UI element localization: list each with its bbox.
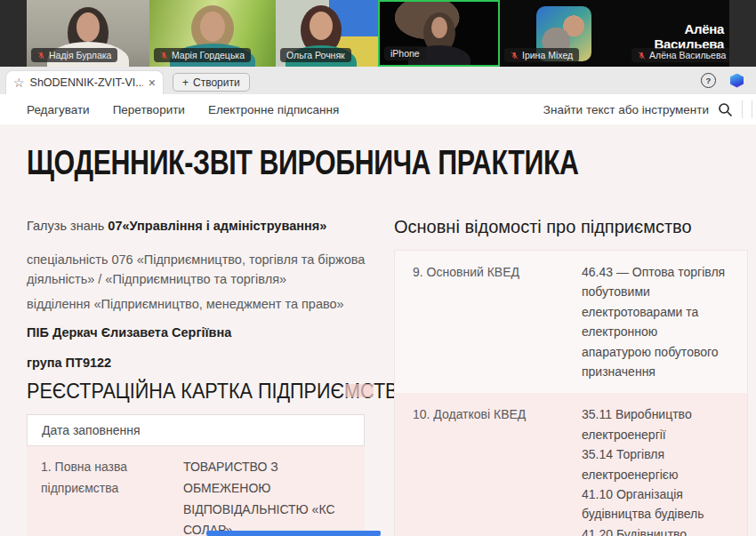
menu-item-convert[interactable]: Перетворити	[113, 103, 185, 116]
partial-tile-left	[0, 0, 27, 67]
create-button-label: Створити	[193, 76, 240, 89]
document-title: ЩОДЕННИК-ЗВІТ ВИРОБНИЧА ПРАКТИКА	[27, 144, 579, 182]
participant-tile-alena[interactable]: Алёна Васильева Алёна Васильева	[627, 0, 729, 67]
blue-highlight-bar[interactable]	[206, 531, 381, 536]
muted-mic-icon	[37, 51, 45, 60]
toolbar-divider	[752, 100, 752, 118]
video-call-strip: Надія Бурлака Марія Гордецька Ольга Рочн…	[0, 0, 756, 67]
participant-tile-nadia[interactable]: Надія Бурлака	[27, 0, 149, 67]
participant-display-name: Алёна Васильева	[627, 21, 724, 52]
tab-bar: ☆ ShODENNIK-ZVIT-VI... × + Створити ?	[0, 67, 756, 94]
table-header-cell: Дата заповнення	[27, 414, 365, 446]
participant-name: Марія Гордецька	[172, 50, 245, 60]
info-table: 9. Основний КВЕД 46.43 — Оптова торгівля…	[394, 250, 748, 536]
registration-table: Дата заповнення 1. Повна назва підприємс…	[27, 414, 365, 536]
info-heading: Основні відомості про підприємство	[394, 217, 692, 237]
participant-tile-iryna[interactable]: Ірина Міхед	[500, 0, 627, 67]
menu-item-edit[interactable]: Редагувати	[27, 103, 90, 116]
participant-avatar	[431, 17, 447, 38]
strip-end-spacer	[729, 0, 756, 67]
participant-name: iPhone	[390, 48, 420, 59]
star-icon[interactable]: ☆	[13, 76, 25, 89]
participant-name-tag: Надія Бурлака	[31, 48, 117, 62]
field-of-knowledge-label: Галузь знань	[27, 219, 108, 233]
screen: Надія Бурлака Марія Гордецька Ольга Рочн…	[0, 0, 756, 536]
participant-avatar	[200, 12, 225, 42]
participant-name: Ольга Рочняк	[286, 50, 345, 60]
search-icon[interactable]	[718, 102, 733, 117]
participant-tile-olga[interactable]: Ольга Рочняк	[276, 0, 378, 67]
create-button[interactable]: + Створити	[173, 73, 250, 92]
plus-icon: +	[182, 76, 189, 89]
document-canvas: ЩОДЕННИК-ЗВІТ ВИРОБНИЧА ПРАКТИКА Галузь …	[0, 124, 756, 536]
participant-name-tag: Марія Гордецька	[154, 48, 251, 62]
department-text: відділення «Підприємництво, менеджмент т…	[27, 297, 344, 311]
field-of-knowledge-value: 07«Управління і адміністрування»	[108, 219, 326, 233]
participant-name: Алёна Васильева	[649, 50, 726, 60]
muted-mic-icon	[638, 51, 646, 60]
tab-bar-right-icons: ?	[701, 67, 744, 94]
participant-name: Ірина Міхед	[522, 50, 573, 60]
tab-title: ShODENNIK-ZVIT-VI...	[30, 76, 143, 89]
participant-name-tag: Ірина Міхед	[504, 48, 579, 62]
participant-name-tag: Алёна Васильева	[631, 48, 729, 62]
participant-name: Надія Бурлака	[49, 50, 111, 60]
app-logo-icon[interactable]	[730, 74, 744, 88]
table-row: 1. Повна назва підприємства ТОВАРИСТВО З…	[27, 446, 365, 536]
participant-tile-maria[interactable]: Марія Гордецька	[149, 0, 276, 67]
field-of-knowledge: Галузь знань 07«Управління і адмініструв…	[27, 219, 326, 233]
row-label: 10. Додаткові КВЕД	[413, 404, 582, 536]
participant-name-tag: Ольга Рочняк	[280, 48, 351, 62]
row-label: 1. Повна назва підприємства	[41, 457, 183, 536]
full-name-text: ПІБ Деркач Єлизавета Сергіївна	[27, 325, 231, 340]
row-label: 9. Основний КВЕД	[413, 262, 582, 381]
menu-bar: Редагувати Перетворити Електронне підпис…	[0, 94, 756, 125]
search-label: Знайти текст або інструменти	[543, 103, 709, 116]
participant-avatar	[76, 12, 100, 42]
row-value: 35.11 Виробництво електроенергії 35.14 Т…	[582, 404, 729, 536]
table-row: 10. Додаткові КВЕД 35.11 Виробництво еле…	[395, 393, 747, 536]
menu-items: Редагувати Перетворити Електронне підпис…	[27, 94, 339, 124]
help-icon[interactable]: ?	[701, 73, 716, 88]
close-icon[interactable]: ×	[149, 76, 156, 89]
menu-item-esign[interactable]: Електронне підписання	[208, 103, 339, 116]
row-value: ТОВАРИСТВО З ОБМЕЖЕНОЮ ВІДПОВІДАЛЬНІСТЮ …	[183, 457, 350, 536]
muted-mic-icon	[511, 51, 519, 60]
participant-tile-iphone-active-speaker[interactable]: iPhone	[378, 0, 500, 67]
document-tab[interactable]: ☆ ShODENNIK-ZVIT-VI... ×	[5, 70, 164, 94]
pink-highlight	[345, 384, 374, 397]
specialty-text: спеціальність 076 «Підприємництво, торгі…	[27, 250, 374, 290]
muted-mic-icon	[160, 51, 168, 60]
group-text: група ПТ9122	[27, 356, 111, 370]
toolbar-divider	[742, 100, 743, 118]
menu-right: Знайти текст або інструменти	[543, 94, 752, 124]
table-row: 9. Основний КВЕД 46.43 — Оптова торгівля…	[395, 251, 747, 393]
row-value: 46.43 — Оптова торгівля побутовими елект…	[582, 262, 729, 381]
participant-name-tag: iPhone	[384, 46, 426, 60]
participant-avatar	[310, 12, 333, 40]
